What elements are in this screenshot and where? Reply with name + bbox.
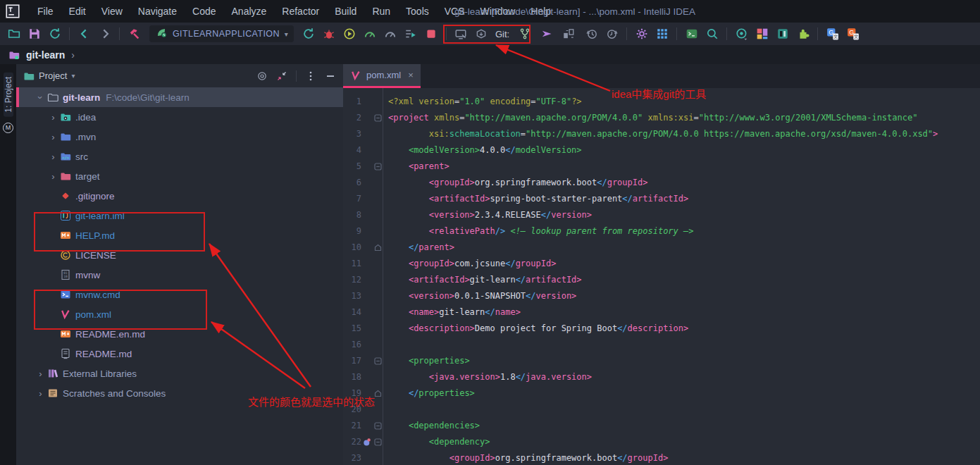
- code-line-11[interactable]: 11 <groupId>com.jcsune</groupId>: [343, 256, 980, 272]
- chevron-collapsed-icon[interactable]: ›: [47, 151, 59, 162]
- code-line-13[interactable]: 13 <version>0.0.1-SNAPSHOT</version>: [343, 288, 980, 304]
- code-line-15[interactable]: 15 <description>Demo project for Spring …: [343, 321, 980, 337]
- sync-icon[interactable]: [45, 25, 64, 43]
- code-line-10[interactable]: 10 </parent>: [343, 240, 980, 256]
- menu-tools[interactable]: Tools: [398, 0, 437, 23]
- code-line-12[interactable]: 12 <artifactId>git-learn</artifactId>: [343, 272, 980, 288]
- back-icon[interactable]: [75, 25, 94, 43]
- run-configurations-icon[interactable]: [402, 25, 421, 43]
- code-line-2[interactable]: 2<project xmlns="http://maven.apache.org…: [343, 110, 980, 126]
- chevron-collapsed-icon[interactable]: ›: [47, 112, 59, 123]
- code-line-5[interactable]: 5 <parent>: [343, 159, 980, 175]
- code-line-18[interactable]: 18 <java.version>1.8</java.version>: [343, 369, 980, 385]
- code-line-22[interactable]: 22 <dependency>: [343, 434, 980, 450]
- menu-run[interactable]: Run: [364, 0, 398, 23]
- project-view-selector[interactable]: Project: [39, 70, 67, 81]
- view-grid-icon[interactable]: [652, 25, 671, 43]
- database-icon[interactable]: [773, 25, 792, 43]
- history-restore-icon[interactable]: [602, 25, 621, 43]
- coverage-icon[interactable]: [340, 25, 359, 43]
- debug-icon[interactable]: [320, 25, 339, 43]
- open-folder-icon[interactable]: [4, 25, 23, 43]
- build-hammer-icon[interactable]: [125, 25, 144, 43]
- tree-item-scratches-and-consoles[interactable]: ›Scratches and Consoles: [16, 383, 343, 403]
- menu-file[interactable]: File: [30, 0, 61, 23]
- fold-start-icon[interactable]: [372, 353, 383, 369]
- code-line-17[interactable]: 17 <properties>: [343, 353, 980, 369]
- tree-item-external-libraries[interactable]: ›External Libraries: [16, 364, 343, 383]
- git-compare-icon[interactable]: [559, 25, 578, 43]
- chevron-collapsed-icon[interactable]: ›: [35, 388, 46, 399]
- tree-item--mvn[interactable]: ›.mvn: [16, 127, 343, 147]
- locate-file-icon[interactable]: [256, 70, 268, 82]
- more-options-icon[interactable]: [305, 70, 316, 82]
- close-tab-icon[interactable]: ×: [408, 70, 414, 80]
- git-branch-icon[interactable]: [515, 25, 534, 43]
- rerun-icon[interactable]: [299, 25, 318, 43]
- translate-blue-icon[interactable]: G文: [823, 25, 842, 43]
- code-line-16[interactable]: 16: [343, 337, 980, 353]
- menu-refactor[interactable]: Refactor: [274, 0, 327, 23]
- git-push-icon[interactable]: [537, 25, 556, 43]
- code-line-23[interactable]: 23 <groupId>org.springframework.boot</gr…: [343, 450, 980, 465]
- search-icon[interactable]: [702, 25, 721, 43]
- code-line-14[interactable]: 14 <name>git-learn</name>: [343, 304, 980, 321]
- chevron-collapsed-icon[interactable]: ›: [47, 132, 59, 142]
- tree-item-target[interactable]: ›target: [16, 166, 343, 186]
- tree-item-readme-en-md[interactable]: README.en.md: [16, 324, 343, 344]
- stop-icon[interactable]: [422, 25, 441, 43]
- tree-item-mvnw[interactable]: 0110mvnw: [16, 265, 343, 285]
- fold-start-icon[interactable]: [372, 418, 383, 434]
- menu-code[interactable]: Code: [185, 0, 223, 23]
- save-icon[interactable]: [25, 25, 44, 43]
- tree-item-readme-md[interactable]: README.md: [16, 344, 343, 364]
- fold-start-icon[interactable]: [372, 434, 383, 450]
- tree-item-mvnw-cmd[interactable]: mvnw.cmd: [16, 285, 343, 304]
- forward-icon[interactable]: [95, 25, 114, 43]
- tree-item--idea[interactable]: ›.idea: [16, 107, 343, 127]
- fold-end-icon[interactable]: [372, 240, 383, 256]
- menu-edit[interactable]: Edit: [61, 0, 94, 23]
- menu-navigate[interactable]: Navigate: [130, 0, 185, 23]
- profiler-icon[interactable]: [361, 25, 380, 43]
- tab-pom-xml[interactable]: pom.xml ×: [343, 64, 421, 88]
- terminal-icon[interactable]: [682, 25, 701, 43]
- tree-item-license[interactable]: LICENSE: [16, 245, 343, 265]
- ui-components-icon[interactable]: [752, 25, 771, 43]
- code-line-1[interactable]: 1<?xml version="1.0" encoding="UTF-8"?>: [343, 94, 980, 110]
- chevron-collapsed-icon[interactable]: ›: [47, 171, 59, 182]
- menu-view[interactable]: View: [94, 0, 130, 23]
- attach-profiler-icon[interactable]: [381, 25, 400, 43]
- tree-item-pom-xml[interactable]: pom.xml: [16, 304, 343, 324]
- fold-end-icon[interactable]: [372, 385, 383, 402]
- hide-panel-icon[interactable]: [325, 70, 336, 82]
- tree-item-git-learn[interactable]: ›git-learnF:\code\Git\git-learn: [16, 87, 343, 107]
- tree-item-src[interactable]: ›</>src: [16, 147, 343, 166]
- translate-orange-icon[interactable]: G文: [843, 25, 862, 43]
- code-line-3[interactable]: 3 xsi:schemaLocation="http://maven.apach…: [343, 126, 980, 142]
- code-line-8[interactable]: 8 <version>2.3.4.RELEASE</version>: [343, 207, 980, 223]
- history-back-icon[interactable]: [582, 25, 601, 43]
- breadcrumb-project[interactable]: git-learn: [26, 49, 65, 61]
- code-line-4[interactable]: 4 <modelVersion>4.0.0</modelVersion>: [343, 142, 980, 159]
- tool-window-button-project[interactable]: 1: Project: [4, 73, 13, 117]
- tree-item-help-md[interactable]: HELP.md: [16, 225, 343, 245]
- plugin-icon[interactable]: [793, 25, 812, 43]
- code-editor[interactable]: 1<?xml version="1.0" encoding="UTF-8"?>2…: [343, 88, 980, 465]
- code-line-19[interactable]: 19 </properties>: [343, 385, 980, 402]
- code-line-7[interactable]: 7 <artifactId>spring-boot-starter-parent…: [343, 191, 980, 207]
- chevron-expanded-icon[interactable]: ›: [35, 92, 46, 104]
- fold-start-icon[interactable]: [372, 159, 383, 175]
- maven-tool-window-icon[interactable]: M: [3, 123, 13, 133]
- code-line-20[interactable]: 20: [343, 402, 980, 418]
- unload-icon[interactable]: [472, 25, 491, 43]
- menu-analyze[interactable]: Analyze: [224, 0, 275, 23]
- menu-build[interactable]: Build: [327, 0, 364, 23]
- capture-screenshot-icon[interactable]: [452, 25, 471, 43]
- run-configuration-select[interactable]: GITLEARNAPPLICATION ▾: [149, 25, 294, 42]
- settings-gear-icon[interactable]: [632, 25, 651, 43]
- tree-item--gitignore[interactable]: .gitignore: [16, 186, 343, 206]
- chevron-collapsed-icon[interactable]: ›: [35, 368, 46, 379]
- code-line-21[interactable]: 21 <dependencies>: [343, 418, 980, 434]
- code-line-6[interactable]: 6 <groupId>org.springframework.boot</gro…: [343, 175, 980, 191]
